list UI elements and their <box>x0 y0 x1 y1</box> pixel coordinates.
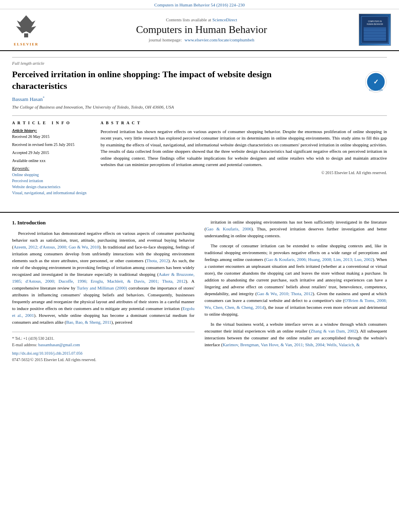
right-para-2: The concept of consumer irritation can b… <box>205 242 387 318</box>
abstract-text: Perceived irritation has shown negative … <box>101 128 387 168</box>
ref-aaker[interactable]: Aaker & Bruzzone, 1985; d'Astous, 2000; … <box>12 272 195 283</box>
footnote-email-link[interactable]: bassamhasan@gmail.com <box>38 343 80 347</box>
elsevier-text: ELSEVIER <box>14 42 39 46</box>
ref-gao-koufaris[interactable]: Gao & Koufaris, 2006 <box>206 226 251 231</box>
journal-center: Contents lists available at ScienceDirec… <box>48 17 355 42</box>
article-history-heading: Article history: <box>12 128 93 133</box>
journal-header: ELSEVIER Contents lists available at Sci… <box>0 9 399 51</box>
footnote-tel: * Tel.: +1 (419) 530 2431. <box>12 335 195 342</box>
article-type-label: Full length article <box>12 57 387 66</box>
right-column: irritation in online shopping environmen… <box>205 219 387 363</box>
abstract-section: A B S T R A C T Perceived irritation has… <box>101 121 387 196</box>
ref-obrien[interactable]: O'Brien & Toms, 2008; Wu, Chen, Chen, & … <box>205 298 387 310</box>
keyword-4: Visual, navigational, and informational … <box>12 190 93 196</box>
svg-text:CrossMark: CrossMark <box>369 88 383 91</box>
available-date: Available online xxx <box>12 158 93 164</box>
keywords-section: Keywords: Online shopping Perceived irri… <box>12 166 93 196</box>
homepage-line: journal homepage: www.elsevier.com/locat… <box>48 37 355 42</box>
svg-text:COMPUTERS IN: COMPUTERS IN <box>368 21 382 23</box>
footnote-area: * Tel.: +1 (419) 530 2431. E-mail addres… <box>12 332 195 363</box>
left-column: 1. Introduction Perceived irritation has… <box>12 219 195 363</box>
keyword-2: Perceived irritation <box>12 178 93 184</box>
received-date: Received 26 May 2015 <box>12 134 93 140</box>
journal-homepage-link[interactable]: www.elsevier.com/locate/comphumbeh <box>185 37 254 42</box>
two-column-content: 1. Introduction Perceived irritation has… <box>12 219 387 363</box>
elsevier-logo: ELSEVIER <box>8 13 44 46</box>
crossmark-logo: ✓ CrossMark <box>365 71 387 94</box>
svg-rect-7 <box>364 27 386 41</box>
ref-bao[interactable]: Bao, Bao, & Sheng, 2011 <box>66 320 111 325</box>
revised-date: Received in revised form 25 July 2015 <box>12 142 93 148</box>
issn-line: 0747-5632/© 2015 Elsevier Ltd. All right… <box>12 357 195 363</box>
ref-turley[interactable]: Turley and Milliman (2000) <box>77 286 127 290</box>
intro-para-1: Perceived irritation has demonstrated ne… <box>12 230 195 326</box>
article-body: Full length article Perceived irritation… <box>0 51 399 212</box>
accepted-date: Accepted 29 July 2015 <box>12 150 93 156</box>
elsevier-tree-icon <box>12 13 40 41</box>
keywords-heading: Keywords: <box>12 166 93 170</box>
ref-azeem[interactable]: Azeem, 2012; d'Astous, 2000; Gao & Wu, 2… <box>14 244 99 249</box>
article-info-section: A R T I C L E I N F O Article history: R… <box>12 121 93 196</box>
introduction-heading: 1. Introduction <box>12 219 195 227</box>
contents-line: Contents lists available at ScienceDirec… <box>48 17 355 22</box>
right-para-1: irritation in online shopping environmen… <box>205 219 387 239</box>
footnote-email: E-mail address: bassamhasan@gmail.com <box>12 342 195 348</box>
journal-citation: Computers in Human Behavior 54 (2016) 22… <box>154 2 245 7</box>
copyright-line: © 2015 Elsevier Ltd. All rights reserved… <box>101 170 387 175</box>
article-main-content: 1. Introduction Perceived irritation has… <box>0 212 399 371</box>
doi-link[interactable]: http://dx.doi.org/10.1016/j.chb.2015.07.… <box>12 351 82 355</box>
ref-karimov[interactable]: Karimov, Brengman, Van Hove, & Van, 2011… <box>222 342 360 347</box>
article-history: Article history: Received 26 May 2015 Re… <box>12 128 93 164</box>
ref-gao2006[interactable]: Gao & Koufaris, 2006; Huang, 2008; Lim, … <box>266 257 373 262</box>
sciencedirect-link[interactable]: ScienceDirect <box>212 17 237 22</box>
svg-text:HUMAN BEHAVIOR: HUMAN BEHAVIOR <box>367 23 383 25</box>
ref-zhang[interactable]: Zhang & van Dam, 2002 <box>311 329 356 333</box>
svg-rect-2 <box>24 33 28 37</box>
ref-ergolu[interactable]: Ergolu et al., 2001 <box>12 306 195 318</box>
journal-cover-image: COMPUTERS IN HUMAN BEHAVIOR <box>359 14 391 46</box>
right-para-3: In the virtual business world, a website… <box>205 321 387 348</box>
abstract-heading: A B S T R A C T <box>101 121 387 125</box>
article-info-abstract: A R T I C L E I N F O Article history: R… <box>12 115 387 196</box>
article-title: Perceived irritation in online shopping:… <box>12 69 294 92</box>
journal-title: Computers in Human Behavior <box>48 24 355 36</box>
ref-thota[interactable]: Thota, 2012 <box>146 258 168 263</box>
crossmark-icon: ✓ CrossMark <box>365 71 387 93</box>
keyword-1: Online shopping <box>12 172 93 178</box>
article-info-heading: A R T I C L E I N F O <box>12 121 93 125</box>
author-name: Bassam Hasan* <box>12 96 387 103</box>
keyword-3: Website design characteristics <box>12 184 93 190</box>
author-affiliation: The College of Business and Innovation, … <box>12 105 387 109</box>
svg-text:✓: ✓ <box>373 78 378 85</box>
journal-cover-svg: COMPUTERS IN HUMAN BEHAVIOR <box>359 16 391 44</box>
ref-gao-wu[interactable]: Gao & Wu, 2010; Thota, 2012 <box>257 291 313 296</box>
top-bar: Computers in Human Behavior 54 (2016) 22… <box>0 0 399 9</box>
doi-line: http://dx.doi.org/10.1016/j.chb.2015.07.… <box>12 350 195 357</box>
